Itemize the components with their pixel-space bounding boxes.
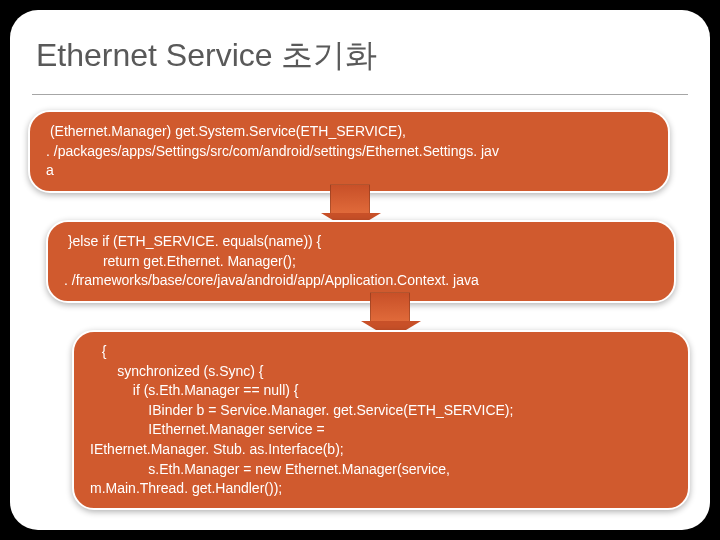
code-box-1: (Ethernet.Manager) get.System.Service(ET… <box>28 110 670 193</box>
arrow-down-icon <box>330 184 370 214</box>
arrow-down-icon <box>370 292 410 322</box>
slide-frame: Ethernet Service 초기화 (Ethernet.Manager) … <box>10 10 710 530</box>
code-box-3: { synchronized (s.Sync) { if (s.Eth.Mana… <box>72 330 690 510</box>
slide-title: Ethernet Service 초기화 <box>36 34 688 78</box>
divider <box>32 94 688 95</box>
code-box-2: }else if (ETH_SERVICE. equals(name)) { r… <box>46 220 676 303</box>
